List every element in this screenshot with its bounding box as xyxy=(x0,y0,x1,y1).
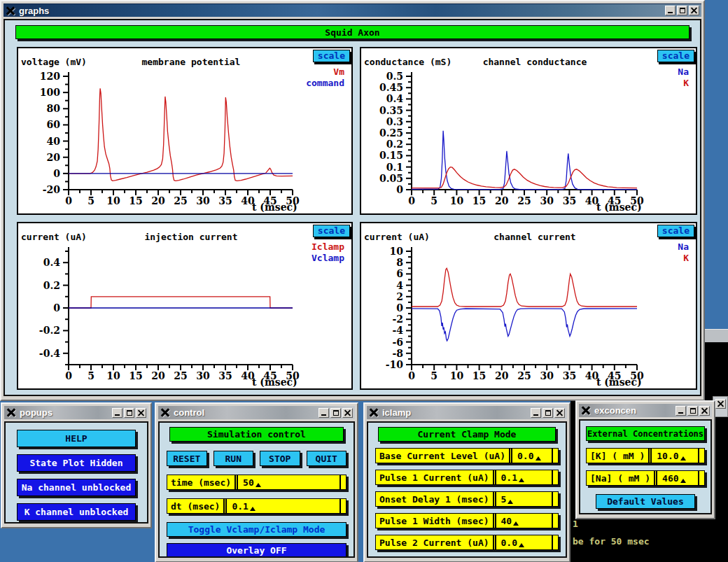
field-na-mm: [Na] ( mM )460 xyxy=(586,470,705,486)
minimize-button[interactable] xyxy=(112,408,122,418)
close-icon xyxy=(691,8,697,14)
svg-text:-20: -20 xyxy=(43,184,61,195)
field-label: Base Current Level (uA) xyxy=(379,451,505,461)
overlay-toggle-button[interactable]: Overlay OFF xyxy=(167,543,346,558)
field-end-tab xyxy=(552,492,558,506)
k-channel-unblocked-button[interactable]: K channel unblocked xyxy=(17,503,136,521)
close-button[interactable] xyxy=(342,408,353,418)
exconcen-content: External Concentrations [K] ( mM )10.0[N… xyxy=(579,419,712,514)
exconcen-titlebar[interactable]: exconcen xyxy=(579,404,712,417)
iclamp-titlebar[interactable]: iclamp xyxy=(367,406,567,419)
maximize-icon xyxy=(127,410,132,416)
close-button[interactable] xyxy=(715,399,726,409)
field-value-input[interactable]: 0.0 xyxy=(514,449,552,463)
close-button[interactable] xyxy=(136,408,146,418)
scale-button[interactable]: scale xyxy=(657,50,694,62)
svg-text:conductance (mS): conductance (mS) xyxy=(364,57,451,67)
stop-button[interactable]: STOP xyxy=(260,451,300,466)
svg-text:25: 25 xyxy=(174,195,187,206)
field-value-input[interactable]: 50 xyxy=(240,475,340,489)
svg-text:K: K xyxy=(683,78,689,88)
channel-current-chart: -10-8-6-4-2024681005101520253035404550t … xyxy=(361,223,696,388)
field-end-tab xyxy=(340,499,346,513)
field-pulse-1-width-msec: Pulse 1 Width (msec)40 xyxy=(375,513,559,528)
maximize-button[interactable] xyxy=(677,6,687,15)
svg-text:current (uA): current (uA) xyxy=(364,232,430,242)
svg-text:20: 20 xyxy=(495,195,509,206)
svg-text:0.25: 0.25 xyxy=(379,127,403,139)
close-button[interactable] xyxy=(554,408,565,418)
svg-text:10: 10 xyxy=(106,195,120,206)
svg-text:8: 8 xyxy=(396,257,403,268)
field-divider xyxy=(493,470,496,484)
na-channel-unblocked-button[interactable]: Na channel unblocked xyxy=(17,479,136,496)
field-value-input[interactable]: 5 xyxy=(498,492,552,506)
svg-text:30: 30 xyxy=(196,370,210,381)
default-values-button[interactable]: Default Values xyxy=(596,494,695,509)
text-caret xyxy=(250,507,255,511)
field-divider xyxy=(493,514,496,528)
svg-text:30: 30 xyxy=(540,195,554,206)
minimize-button[interactable] xyxy=(531,408,541,418)
svg-text:5: 5 xyxy=(430,370,438,381)
field-value-input[interactable]: 40 xyxy=(498,514,552,528)
field-value-input[interactable]: 0.1 xyxy=(498,470,552,484)
field-divider xyxy=(493,492,496,506)
svg-text:-0.4: -0.4 xyxy=(39,348,60,359)
maximize-button[interactable] xyxy=(542,408,553,418)
minimize-button[interactable] xyxy=(318,408,329,418)
svg-text:35: 35 xyxy=(218,370,232,381)
field-value-input[interactable]: 0.0 xyxy=(498,535,552,549)
scale-button[interactable]: scale xyxy=(313,50,350,62)
svg-text:0.2: 0.2 xyxy=(43,280,60,291)
reset-button[interactable]: RESET xyxy=(167,451,207,466)
field-value-input[interactable]: 10.0 xyxy=(654,449,698,463)
minimize-icon xyxy=(668,8,673,13)
field-end-tab xyxy=(698,471,704,485)
field-divider xyxy=(654,471,657,485)
run-button[interactable]: RUN xyxy=(214,451,254,466)
scale-button[interactable]: scale xyxy=(657,225,694,237)
close-button[interactable] xyxy=(699,406,710,416)
minimize-button[interactable] xyxy=(676,406,686,416)
graphs-titlebar[interactable]: graphs xyxy=(4,3,701,17)
field-value-input[interactable]: 0.1 xyxy=(229,499,340,513)
minimize-button[interactable] xyxy=(665,6,676,15)
field-label: Pulse 2 Current (uA) xyxy=(379,538,489,548)
graphs-window: graphs Squid Axon scale -200204060801001… xyxy=(0,0,705,401)
svg-text:channel current: channel current xyxy=(493,232,575,242)
field-k-mm: [K] ( mM )10.0 xyxy=(586,448,705,463)
quit-button[interactable]: QUIT xyxy=(307,451,347,466)
window-title: graphs xyxy=(19,6,49,16)
x11-logo-icon xyxy=(369,408,379,417)
field-value-input[interactable]: 460 xyxy=(659,471,698,485)
svg-text:100: 100 xyxy=(40,87,60,98)
field-dt-msec: dt (msec)0.1 xyxy=(167,498,346,514)
maximize-button[interactable] xyxy=(124,408,134,418)
svg-text:10: 10 xyxy=(390,246,404,257)
svg-text:0.05: 0.05 xyxy=(379,173,403,184)
close-icon xyxy=(556,409,563,416)
close-icon xyxy=(718,401,724,407)
svg-text:0: 0 xyxy=(396,302,403,314)
maximize-button[interactable] xyxy=(687,406,698,416)
field-value-input[interactable] xyxy=(388,557,552,558)
svg-text:-6: -6 xyxy=(392,337,403,348)
svg-text:25: 25 xyxy=(174,370,187,381)
popups-titlebar[interactable]: popups xyxy=(4,406,148,419)
svg-text:Vclamp: Vclamp xyxy=(312,253,344,263)
control-titlebar[interactable]: control xyxy=(158,406,355,419)
field-time-msec: time (msec)50 xyxy=(167,475,346,490)
control-content: Simulation control RESETRUNSTOPQUIT time… xyxy=(158,421,355,558)
help-button[interactable]: HELP xyxy=(17,430,136,447)
scale-button[interactable]: scale xyxy=(313,225,350,237)
toggle-clamp-mode-button[interactable]: Toggle Vclamp/Iclamp Mode xyxy=(167,522,346,537)
state-plot-hidden-button[interactable]: State Plot Hidden xyxy=(17,454,136,472)
channel-conductance-chart: 00.050.10.150.20.250.30.350.40.450.50510… xyxy=(361,48,696,213)
maximize-button[interactable] xyxy=(330,408,341,418)
text-caret xyxy=(680,456,686,461)
close-button[interactable] xyxy=(689,6,699,15)
field-divider xyxy=(383,557,386,558)
field-divider xyxy=(223,499,227,513)
field-label: [K] ( mM ) xyxy=(590,451,645,461)
